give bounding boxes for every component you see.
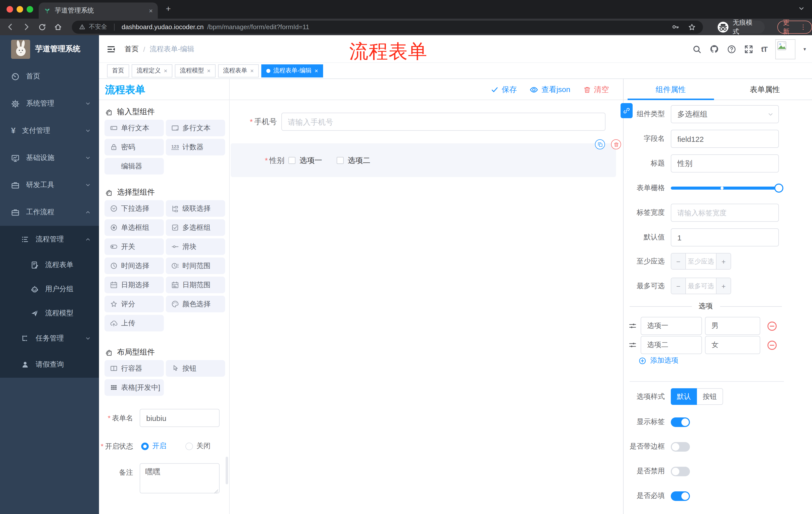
palette-item-multi-text[interactable]: 多行文本 xyxy=(166,120,225,136)
close-icon[interactable]: × xyxy=(250,67,254,74)
tab-close-icon[interactable]: × xyxy=(149,7,153,14)
border-toggle[interactable] xyxy=(671,442,690,451)
add-option-button[interactable]: 添加选项 xyxy=(639,356,678,365)
palette-item-checkbox-group[interactable]: 多选框组 xyxy=(166,219,225,236)
sidebar-item-process-mgmt[interactable]: 流程管理 xyxy=(0,226,99,253)
new-tab-button[interactable]: + xyxy=(163,4,174,14)
view-json-button[interactable]: 查看json xyxy=(530,85,570,94)
delete-component-button[interactable] xyxy=(611,139,621,150)
close-icon[interactable]: × xyxy=(315,67,318,74)
clear-button[interactable]: 清空 xyxy=(583,85,609,94)
disabled-toggle[interactable] xyxy=(671,466,690,476)
component-type-select[interactable]: 多选框组 xyxy=(671,105,779,123)
back-icon[interactable] xyxy=(6,23,14,31)
palette-item-time-range[interactable]: 时间范围 xyxy=(166,258,225,274)
sidebar-item-home[interactable]: 首页 xyxy=(0,63,99,90)
palette-item-date[interactable]: 日期选择 xyxy=(105,277,164,293)
sidebar-item-workflow[interactable]: 工作流程 xyxy=(0,199,99,226)
slider-handle[interactable] xyxy=(774,184,783,193)
remove-option-icon[interactable] xyxy=(767,321,777,331)
sidebar-item-user-group[interactable]: 用户分组 xyxy=(0,277,99,301)
sidebar-item-task-mgmt[interactable]: 任务管理 xyxy=(0,325,99,352)
palette-item-editor[interactable]: 编辑器 xyxy=(105,158,164,174)
palette-item-color[interactable]: 颜色选择 xyxy=(166,296,225,312)
option1-label-input[interactable] xyxy=(641,317,702,335)
form-name-input[interactable] xyxy=(140,409,220,427)
sidebar-item-devtools[interactable]: 研发工具 xyxy=(0,171,99,199)
option1-value-input[interactable] xyxy=(705,317,760,335)
avatar-caret-icon[interactable]: ▾ xyxy=(804,46,806,52)
palette-item-table[interactable]: 表格[开发中] xyxy=(105,379,164,396)
fullscreen-icon[interactable] xyxy=(744,45,753,54)
status-off-radio[interactable] xyxy=(185,442,193,450)
palette-item-switch[interactable]: 开关 xyxy=(105,238,164,255)
gender-option1-checkbox[interactable] xyxy=(288,157,295,164)
field-name-input[interactable] xyxy=(671,130,779,148)
form-canvas[interactable]: *手机号 *性别 选项一 选项二 xyxy=(229,100,623,514)
palette-item-slider[interactable]: 滑块 xyxy=(166,238,225,255)
browser-menu-icon[interactable]: ⋮ xyxy=(800,23,807,31)
status-off-label[interactable]: 关闭 xyxy=(197,441,210,451)
save-button[interactable]: 保存 xyxy=(491,85,517,94)
sidebar-item-payment[interactable]: ¥ 支付管理 xyxy=(0,117,99,144)
max-select-input[interactable] xyxy=(685,278,717,294)
min-select-input[interactable] xyxy=(685,253,717,269)
palette-item-password[interactable]: 密码 xyxy=(105,139,164,155)
palette-item-upload[interactable]: 上传 xyxy=(105,315,164,331)
window-minimize-button[interactable] xyxy=(17,6,23,12)
palette-item-time[interactable]: 时间选择 xyxy=(105,258,164,274)
tab-form-props[interactable]: 表单属性 xyxy=(718,79,812,100)
palette-item-radio-group[interactable]: 单选框组 xyxy=(105,219,164,236)
browser-tab[interactable]: 芋道管理系统 × xyxy=(39,2,158,19)
breadcrumb-home[interactable]: 首页 xyxy=(125,45,139,54)
option2-value-input[interactable] xyxy=(705,336,760,354)
palette-item-cascader[interactable]: 级联选择 xyxy=(166,200,225,217)
remove-option-icon[interactable] xyxy=(767,340,777,350)
close-icon[interactable]: × xyxy=(164,67,167,74)
default-value-input[interactable] xyxy=(671,228,779,246)
label-width-input[interactable] xyxy=(671,204,779,222)
address-bar[interactable]: 不安全 dashboard.yudao.iocoder.cn/bpm/manag… xyxy=(72,20,703,33)
show-label-toggle[interactable] xyxy=(671,417,690,427)
palette-item-button[interactable]: 按钮 xyxy=(166,360,225,377)
palette-item-row-container[interactable]: 行容器 xyxy=(105,360,164,377)
close-icon[interactable]: × xyxy=(207,67,210,74)
tab-search-chevron-icon[interactable] xyxy=(798,5,805,12)
forward-icon[interactable] xyxy=(22,23,31,31)
minus-button[interactable]: − xyxy=(671,253,685,269)
required-toggle[interactable] xyxy=(671,491,690,501)
security-label[interactable]: 不安全 xyxy=(89,23,107,31)
window-close-button[interactable] xyxy=(6,6,13,12)
palette-item-date-range[interactable]: 日期范围 xyxy=(166,277,225,293)
duplicate-component-button[interactable] xyxy=(595,139,605,150)
bookmark-star-icon[interactable] xyxy=(688,23,696,31)
window-zoom-button[interactable] xyxy=(27,6,33,12)
plus-button[interactable]: + xyxy=(717,253,731,269)
gender-option1-label[interactable]: 选项一 xyxy=(299,155,322,165)
app-logo[interactable]: 芋道管理系统 xyxy=(0,35,99,63)
home-icon[interactable] xyxy=(54,23,62,31)
form-grid-slider[interactable] xyxy=(671,187,779,190)
sidebar-item-process-form[interactable]: 流程表单 xyxy=(0,253,99,277)
drag-handle-icon[interactable] xyxy=(629,341,637,349)
title-input[interactable] xyxy=(671,154,779,172)
help-icon[interactable] xyxy=(727,45,736,54)
option2-label-input[interactable] xyxy=(641,336,702,354)
gender-option2-checkbox[interactable] xyxy=(337,157,344,164)
phone-input[interactable] xyxy=(281,113,606,131)
style-button-button[interactable]: 按钮 xyxy=(697,388,723,405)
password-key-icon[interactable] xyxy=(672,23,679,31)
tag-process-model[interactable]: 流程模型× xyxy=(175,64,215,77)
form-remark-textarea[interactable]: 嘿嘿 xyxy=(140,463,220,493)
palette-item-single-text[interactable]: 单行文本 xyxy=(105,120,164,136)
drag-handle-icon[interactable] xyxy=(629,322,637,330)
plus-button[interactable]: + xyxy=(717,278,731,294)
palette-item-rate[interactable]: 评分 xyxy=(105,296,164,312)
tag-process-form[interactable]: 流程表单× xyxy=(218,64,259,77)
github-icon[interactable] xyxy=(709,44,719,54)
reload-icon[interactable] xyxy=(38,23,46,31)
sidebar-item-process-model[interactable]: 流程模型 xyxy=(0,301,99,325)
gender-option2-label[interactable]: 选项二 xyxy=(348,155,370,165)
avatar[interactable] xyxy=(775,39,795,59)
sidebar-item-system[interactable]: 系统管理 xyxy=(0,90,99,117)
